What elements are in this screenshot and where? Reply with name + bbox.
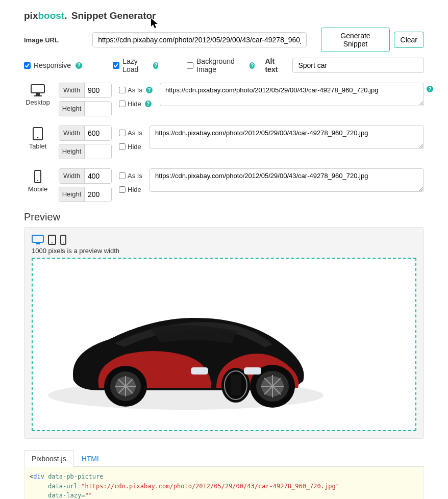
bg-checkbox-wrap[interactable]: Background Image ? <box>187 57 255 73</box>
svg-rect-2 <box>34 95 42 96</box>
desktop-hide-checkbox[interactable]: Hide ? <box>119 100 153 108</box>
responsive-checkbox-wrap[interactable]: Responsive ? <box>24 61 82 69</box>
help-icon[interactable]: ? <box>146 87 153 93</box>
lazy-checkbox[interactable] <box>113 62 119 69</box>
svg-point-4 <box>37 137 39 139</box>
preview-title: Preview <box>24 211 424 223</box>
svg-rect-0 <box>31 85 44 93</box>
preview-box: 1000 pixels is a preview width <box>24 227 424 439</box>
tablet-url-textarea[interactable] <box>150 126 424 149</box>
image-url-label: Image URL <box>24 36 88 44</box>
tablet-hide-checkbox[interactable]: Hide <box>119 143 142 151</box>
help-icon[interactable]: ? <box>427 86 433 92</box>
desktop-url-textarea[interactable] <box>160 83 424 106</box>
preview-car-image <box>33 268 339 421</box>
responsive-checkbox[interactable] <box>24 62 31 69</box>
svg-rect-7 <box>32 235 43 242</box>
logo-title: Snippet Generator <box>71 10 156 21</box>
tablet-width-input[interactable] <box>85 126 111 140</box>
svg-rect-32 <box>191 367 208 375</box>
tab-html[interactable]: HTML <box>74 450 109 467</box>
preview-desktop-icon[interactable] <box>32 235 44 245</box>
svg-point-12 <box>63 242 64 243</box>
svg-point-6 <box>37 180 38 181</box>
mobile-hide-checkbox[interactable]: Hide <box>119 186 142 193</box>
clear-button[interactable]: Clear <box>394 32 424 48</box>
alt-label: Alt text <box>265 57 285 73</box>
bg-checkbox[interactable] <box>187 62 193 69</box>
help-icon[interactable]: ? <box>153 62 158 69</box>
code-output[interactable]: <div data-pb-picture data-url="https://c… <box>24 467 424 499</box>
help-icon[interactable]: ? <box>145 101 152 107</box>
mobile-asis-checkbox[interactable]: As Is <box>119 172 142 180</box>
device-desktop-label: Desktop <box>24 83 52 106</box>
help-icon[interactable]: ? <box>250 62 255 69</box>
mobile-height-input[interactable] <box>85 187 111 202</box>
preview-note: 1000 pixels is a preview width <box>32 247 416 255</box>
tab-pixboostjs[interactable]: Pixboost.js <box>24 450 74 467</box>
preview-tablet-icon[interactable] <box>48 235 56 245</box>
device-tablet-label: Tablet <box>24 126 52 150</box>
generate-snippet-button[interactable]: Generate Snippet <box>321 28 389 52</box>
svg-rect-8 <box>36 243 40 244</box>
mobile-width-input[interactable] <box>85 169 111 183</box>
logo-boost: boost <box>38 10 64 21</box>
alt-text-input[interactable] <box>292 58 424 73</box>
logo-pix: pix <box>24 10 38 21</box>
svg-rect-31 <box>244 367 261 375</box>
mobile-url-textarea[interactable] <box>150 168 424 192</box>
preview-canvas <box>32 258 416 431</box>
desktop-width-input[interactable] <box>85 83 111 97</box>
desktop-asis-checkbox[interactable]: As Is ? <box>119 86 153 94</box>
tablet-height-input[interactable] <box>85 144 111 159</box>
cursor-icon <box>151 18 158 29</box>
svg-point-10 <box>52 242 53 243</box>
device-mobile-label: Mobile <box>24 168 52 193</box>
tablet-asis-checkbox[interactable]: As Is <box>119 129 142 137</box>
app-logo: pixboost. Snippet Generator <box>24 10 424 21</box>
svg-rect-1 <box>36 93 40 95</box>
preview-mobile-icon[interactable] <box>60 235 66 245</box>
desktop-height-input[interactable] <box>85 102 111 116</box>
image-url-input[interactable] <box>92 32 307 47</box>
lazy-checkbox-wrap[interactable]: Lazy Load ? <box>113 57 158 73</box>
help-icon[interactable]: ? <box>76 62 82 69</box>
svg-rect-30 <box>231 375 241 395</box>
